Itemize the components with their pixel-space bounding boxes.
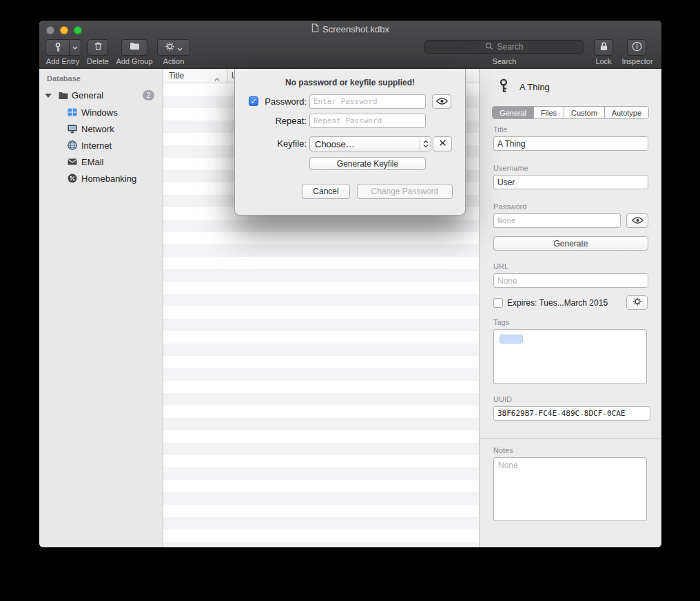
url-field[interactable] (493, 273, 648, 288)
uuid-field[interactable] (493, 406, 650, 421)
sidebar-item-label: Homebanking (81, 173, 136, 184)
close-x-icon (439, 139, 446, 149)
sidebar-item-label: General (72, 90, 103, 101)
cancel-button[interactable]: Cancel (302, 184, 350, 199)
group-sidebar: Database General 2 Windows Network (39, 69, 163, 547)
expires-settings-button[interactable] (626, 295, 648, 310)
username-label: Username (493, 164, 528, 172)
monitor-icon (67, 123, 78, 134)
sidebar-item-internet[interactable]: Internet (39, 138, 163, 154)
sidebar-item-general[interactable]: General 2 (39, 88, 163, 103)
entry-count-badge: 2 (143, 90, 154, 101)
tags-field[interactable] (493, 329, 647, 384)
sidebar-item-label: EMail (81, 157, 104, 167)
padlock-icon (599, 41, 608, 54)
window-title-row: Screenshot.kdbx (39, 23, 661, 34)
reveal-password-button[interactable] (432, 94, 451, 109)
generate-password-button[interactable]: Generate (493, 236, 648, 251)
tab-autotype[interactable]: Autotype (605, 107, 648, 118)
title-label: Title (493, 125, 507, 134)
inspector-button[interactable] (627, 39, 646, 56)
windows-icon (67, 107, 78, 118)
action-label: Action (155, 57, 192, 65)
sidebar-item-windows[interactable]: Windows (39, 105, 163, 121)
column-header-title[interactable]: Title (169, 71, 184, 81)
inspector-divider (480, 438, 661, 439)
gear-icon (632, 297, 642, 308)
change-password-button: Change Password (357, 184, 453, 199)
notes-placeholder: None (498, 461, 518, 470)
sidebar-item-network[interactable]: Network (39, 121, 163, 138)
tags-label: Tags (493, 318, 509, 326)
delete-button[interactable] (88, 39, 108, 56)
tab-files[interactable]: Files (534, 107, 564, 118)
sidebar-item-label: Internet (81, 140, 112, 151)
password-input[interactable] (309, 94, 426, 109)
sidebar-item-email[interactable]: EMail (39, 154, 163, 171)
lock-label: Lock (587, 57, 620, 65)
screen: Screenshot.kdbx Add Entry Delete (0, 0, 700, 601)
add-entry-button[interactable] (45, 39, 81, 56)
sheet-message: No password or keyfile supplied! (235, 78, 465, 87)
document-proxy-icon (311, 23, 319, 34)
sidebar-item-label: Windows (81, 107, 118, 118)
chevron-down-icon[interactable] (70, 40, 81, 55)
checkmark-icon: ✓ (250, 97, 256, 105)
macpass-window: Screenshot.kdbx Add Entry Delete (39, 21, 661, 547)
inspector-label: Inspector (617, 57, 657, 65)
password-field[interactable] (493, 213, 621, 228)
add-group-button[interactable] (121, 39, 147, 56)
keyfile-label: Keyfile: (261, 138, 307, 149)
sidebar-item-label: Network (81, 124, 114, 134)
clear-keyfile-button[interactable] (433, 136, 452, 151)
sidebar-item-homebanking[interactable]: Homebanking (39, 171, 163, 187)
window-title: Screenshot.kdbx (322, 24, 389, 34)
inspector-tabs: General Files Custom Autotype (492, 106, 649, 119)
expires-label: Expires: Tues...March 2015 (507, 298, 608, 308)
search-label: Search (484, 57, 525, 65)
password-label: Password: (261, 96, 307, 107)
search-icon (485, 42, 493, 52)
uuid-label: UUID (493, 395, 512, 403)
disclosure-triangle-icon[interactable] (45, 94, 52, 98)
entry-title: A Thing (519, 82, 550, 92)
info-icon (632, 41, 642, 54)
repeat-input[interactable] (309, 114, 426, 128)
chevron-down-icon (177, 41, 183, 54)
reveal-password-button[interactable] (626, 213, 648, 228)
search-placeholder: Search (497, 42, 523, 52)
sidebar-section-header: Database (47, 74, 81, 83)
add-entry-label: Add Entry (41, 57, 85, 65)
search-input[interactable]: Search (424, 40, 584, 54)
url-label: URL (493, 262, 508, 271)
password-checkbox[interactable]: ✓ (249, 96, 258, 106)
column-divider[interactable] (227, 69, 228, 83)
notes-label: Notes (493, 446, 513, 454)
eye-icon (632, 216, 644, 226)
folder-icon (58, 90, 69, 101)
globe-icon (67, 140, 78, 151)
change-password-sheet: No password or keyfile supplied! ✓ Passw… (234, 69, 466, 215)
envelope-icon (67, 156, 78, 167)
eye-icon (436, 97, 448, 107)
tag-chip[interactable] (500, 335, 523, 344)
key-icon (496, 78, 511, 96)
popup-stepper-icon (420, 137, 431, 151)
expires-checkbox[interactable] (493, 298, 503, 308)
add-group-label: Add Group (111, 57, 158, 65)
folder-plus-icon (129, 41, 141, 54)
percent-coin-icon (67, 173, 78, 184)
sort-ascending-icon (214, 74, 220, 83)
title-field[interactable] (493, 136, 648, 151)
generate-keyfile-button[interactable]: Generate Keyfile (309, 157, 426, 170)
tab-general[interactable]: General (493, 107, 534, 118)
trash-icon (93, 41, 103, 54)
key-plus-icon (46, 40, 69, 55)
tab-custom[interactable]: Custom (564, 107, 605, 118)
action-button[interactable] (157, 39, 190, 56)
notes-field[interactable]: None (493, 457, 647, 521)
lock-button[interactable] (594, 39, 613, 56)
username-field[interactable] (493, 175, 648, 189)
password-label: Password (493, 202, 526, 211)
keyfile-popup[interactable]: Choose… (309, 136, 431, 151)
